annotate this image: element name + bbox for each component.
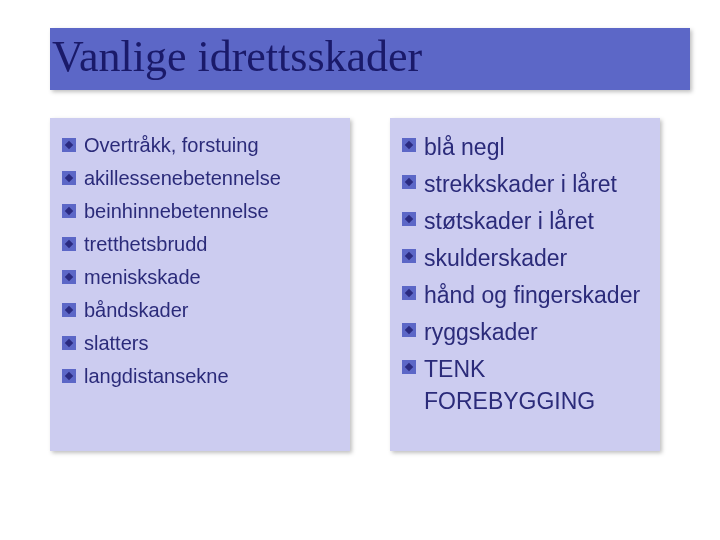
diamond-bullet-icon	[402, 175, 416, 189]
slide-title: Vanlige idrettsskader	[52, 34, 686, 80]
list-item-text: Overtråkk, forstuing	[84, 132, 332, 159]
list-item-text: skulderskader	[424, 243, 642, 274]
list-item: skulderskader	[402, 243, 642, 274]
list-item-text: TENK FOREBYGGING	[424, 354, 642, 416]
content-columns: Overtråkk, forstuingakillessenebetennels…	[50, 118, 690, 450]
diamond-bullet-icon	[62, 270, 76, 284]
list-item-text: hånd og fingerskader	[424, 280, 642, 311]
diamond-bullet-icon	[62, 303, 76, 317]
diamond-bullet-icon	[62, 369, 76, 383]
list-item: Overtråkk, forstuing	[62, 132, 332, 159]
list-item: langdistansekne	[62, 363, 332, 390]
diamond-bullet-icon	[62, 171, 76, 185]
list-item-text: akillessenebetennelse	[84, 165, 332, 192]
list-item-text: strekkskader i låret	[424, 169, 642, 200]
list-item: tretthetsbrudd	[62, 231, 332, 258]
list-item: ryggskader	[402, 317, 642, 348]
list-item: blå negl	[402, 132, 642, 163]
list-item-text: tretthetsbrudd	[84, 231, 332, 258]
list-item: akillessenebetennelse	[62, 165, 332, 192]
list-item-text: ryggskader	[424, 317, 642, 348]
list-item-text: båndskader	[84, 297, 332, 324]
list-item-text: langdistansekne	[84, 363, 332, 390]
list-item-text: blå negl	[424, 132, 642, 163]
list-item-text: beinhinnebetennelse	[84, 198, 332, 225]
list-item: beinhinnebetennelse	[62, 198, 332, 225]
diamond-bullet-icon	[402, 323, 416, 337]
diamond-bullet-icon	[62, 336, 76, 350]
list-item-text: slatters	[84, 330, 332, 357]
list-item-text: meniskskade	[84, 264, 332, 291]
diamond-bullet-icon	[402, 286, 416, 300]
slide: Vanlige idrettsskader Overtråkk, forstui…	[0, 0, 720, 540]
list-item: hånd og fingerskader	[402, 280, 642, 311]
list-item: slatters	[62, 330, 332, 357]
diamond-bullet-icon	[62, 204, 76, 218]
list-item: båndskader	[62, 297, 332, 324]
diamond-bullet-icon	[402, 138, 416, 152]
right-column: blå neglstrekkskader i låretstøtskader i…	[390, 118, 660, 450]
right-list: blå neglstrekkskader i låretstøtskader i…	[402, 132, 642, 416]
diamond-bullet-icon	[402, 360, 416, 374]
list-item: TENK FOREBYGGING	[402, 354, 642, 416]
title-band: Vanlige idrettsskader	[50, 28, 690, 90]
diamond-bullet-icon	[62, 138, 76, 152]
list-item: strekkskader i låret	[402, 169, 642, 200]
diamond-bullet-icon	[402, 212, 416, 226]
left-list: Overtråkk, forstuingakillessenebetennels…	[62, 132, 332, 390]
diamond-bullet-icon	[62, 237, 76, 251]
list-item-text: støtskader i låret	[424, 206, 642, 237]
list-item: meniskskade	[62, 264, 332, 291]
list-item: støtskader i låret	[402, 206, 642, 237]
left-column: Overtråkk, forstuingakillessenebetennels…	[50, 118, 350, 450]
diamond-bullet-icon	[402, 249, 416, 263]
